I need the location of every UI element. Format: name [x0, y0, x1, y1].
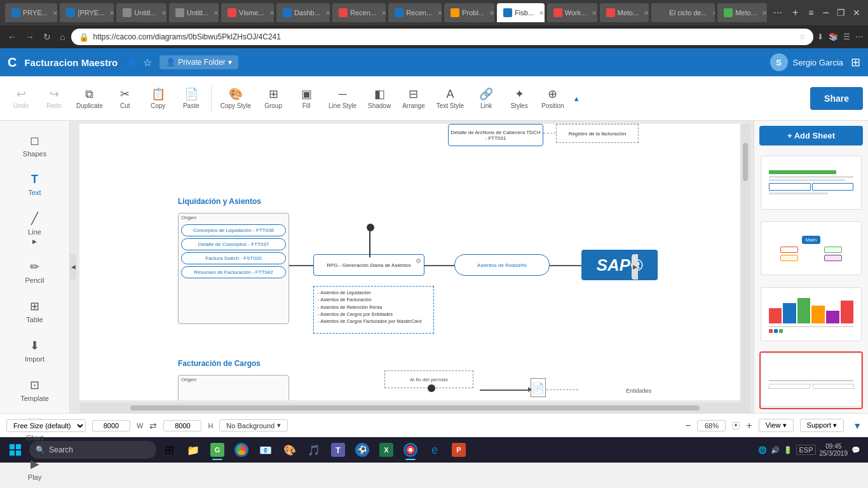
grid-apps-icon[interactable]: ⊞ [851, 55, 860, 69]
tab-fishbone[interactable]: Fisb... ✕ [497, 3, 545, 22]
tab-close[interactable]: ✕ [592, 10, 597, 17]
taskbar-explorer-icon[interactable]: 📁 [182, 438, 205, 461]
tab-meto2[interactable]: Meto... ✕ [717, 3, 767, 22]
tab-close[interactable]: ✕ [712, 10, 715, 17]
sidebar-item-import[interactable]: ⬇ Import [4, 332, 65, 369]
tab-dashb[interactable]: Dashb... ✕ [276, 3, 330, 22]
tab-untitled2[interactable]: Untitl... ✕ [169, 3, 219, 22]
swap-dimensions-icon[interactable]: ⇄ [149, 421, 157, 431]
tab-close[interactable]: ✕ [437, 10, 442, 17]
tab-close[interactable]: ✕ [269, 10, 274, 17]
maximize-btn[interactable]: ❐ [834, 8, 848, 18]
tab-recen2[interactable]: Recen... ✕ [388, 3, 442, 22]
cut-button[interactable]: ✂ Cut [109, 83, 141, 113]
lang-indicator[interactable]: ESP [796, 445, 815, 455]
tab-close[interactable]: ✕ [644, 10, 649, 17]
copy-button[interactable]: 📋 Copy [142, 83, 174, 113]
zoom-in-button[interactable]: + [746, 420, 752, 431]
tab-close[interactable]: ✕ [53, 10, 57, 17]
sidebar-item-text[interactable]: T Text [4, 166, 65, 203]
collapse-bottom-icon[interactable]: ▼ [853, 421, 862, 431]
tab-close[interactable]: ✕ [762, 10, 767, 17]
tab-close[interactable]: ✕ [109, 10, 114, 17]
size-select[interactable]: Free Size (default) [6, 419, 86, 432]
tab-recen1[interactable]: Recen... ✕ [332, 3, 386, 22]
node-registro-fact[interactable]: Registro de la facturación [556, 124, 639, 143]
start-button[interactable] [3, 438, 28, 461]
sidebar-item-table[interactable]: ⊞ Table [4, 293, 65, 330]
task-view-button[interactable]: ⊞ [158, 438, 180, 461]
support-button[interactable]: Support ▾ [800, 419, 844, 432]
undo-button[interactable]: ↩ Undo [5, 83, 37, 113]
taskbar-excel-icon[interactable]: X [375, 438, 398, 461]
view-button[interactable]: View ▾ [759, 419, 794, 432]
sidebar-item-template[interactable]: ⊡ Template [4, 372, 65, 409]
reload-button[interactable]: ↻ [41, 32, 53, 42]
tab-close[interactable]: ✕ [539, 10, 544, 17]
node-resumen-fact[interactable]: Resumen de Facturación - FTT042 [181, 266, 286, 278]
redo-button[interactable]: ↪ Redo [38, 83, 70, 113]
styles-button[interactable]: ✦ Styles [503, 83, 535, 113]
bookmarks-icon[interactable]: 📚 [829, 32, 838, 41]
taskbar-chrome-icon[interactable] [230, 438, 253, 461]
tab-work[interactable]: Work... ✕ [547, 3, 597, 22]
tab-add-btn[interactable]: + [789, 7, 802, 18]
tab-visme[interactable]: Visme... ✕ [221, 3, 274, 22]
taskbar-teams-icon[interactable]: T [327, 438, 349, 461]
notifications-icon[interactable]: 💬 [851, 446, 860, 454]
link-button[interactable]: 🔗 Link [470, 83, 502, 113]
network-icon[interactable]: 🌐 [758, 446, 767, 454]
group-button[interactable]: ⊞ Group [257, 83, 289, 113]
tab-close[interactable]: ✕ [161, 10, 166, 17]
sheet-item-fishbone[interactable]: Fishbone diagram [759, 351, 863, 409]
sheet-item-untitled[interactable]: Untitled [759, 154, 863, 212]
text-style-button[interactable]: A Text Style [431, 84, 469, 113]
speaker-icon[interactable]: 🔊 [771, 446, 780, 454]
node-detalle-archivos[interactable]: Detalle de Archivos de Cabecera TDCH - F… [448, 124, 543, 146]
h-scrollbar[interactable] [79, 403, 750, 413]
tab-menu-btn[interactable]: ≡ [804, 8, 817, 18]
paste-button[interactable]: 📄 Paste [175, 83, 207, 113]
width-input[interactable] [92, 420, 130, 431]
tab-ciclo[interactable]: El ciclo de... ✕ [651, 3, 715, 22]
sidebar-item-shapes[interactable]: ◻ Shapes [4, 127, 65, 164]
arrange-button[interactable]: ⊟ Arrange [397, 83, 430, 113]
tab-prye1[interactable]: PRYE... ✕ [5, 3, 57, 22]
shadow-button[interactable]: ◧ Shadow [363, 83, 396, 113]
node-detalle-conceptos[interactable]: Detalle de Conceptos - FTT037 [181, 238, 286, 250]
sheet-item-cuota[interactable]: Cuota Trimestral [759, 286, 863, 344]
taskbar-outlook-icon[interactable]: 📧 [254, 438, 277, 461]
tab-meto1[interactable]: Meto... ✕ [600, 3, 649, 22]
url-bar[interactable]: 🔒 https://cacoo.com/diagrams/0bSibwu5Pkl… [71, 29, 813, 45]
sidebar-icon[interactable]: ☰ [843, 32, 850, 41]
bookmark-star-icon[interactable]: ☆ [799, 32, 806, 41]
download-icon[interactable]: ⬇ [817, 32, 824, 41]
zoom-value[interactable]: 68% [697, 420, 726, 431]
back-button[interactable]: ← [5, 32, 19, 42]
tab-overflow-btn[interactable]: ⋯ [770, 8, 786, 18]
node-asientos-rediseno[interactable]: Asientos de Rediseño [454, 254, 550, 276]
tab-close[interactable]: ✕ [489, 10, 494, 17]
node-factura-switch[interactable]: Factura Switch - FST020 [181, 252, 286, 264]
battery-icon[interactable]: 🔋 [783, 446, 792, 454]
menu-icon[interactable]: ⋯ [855, 32, 863, 41]
minimize-btn[interactable]: − [820, 6, 832, 20]
position-button[interactable]: ⊕ Position [536, 83, 569, 113]
folder-button[interactable]: 👤 Private Folder ▾ [159, 55, 238, 69]
background-select[interactable]: No Background ▾ [219, 419, 288, 431]
taskbar-search[interactable]: 🔍 Search [29, 441, 156, 459]
tab-close[interactable]: ✕ [381, 10, 386, 17]
canvas-area[interactable]: ◀ ▶ Liquidación y Asientos Facturación d… [70, 121, 754, 413]
zoom-dropdown-icon[interactable]: ▾ [732, 422, 740, 430]
user-menu[interactable]: S Sergio Garcia [770, 53, 843, 71]
user-icon[interactable]: 👤 [125, 57, 138, 69]
node-rpg[interactable]: RPG - Generación Diaria de Asientos ⚙ [313, 254, 424, 276]
sidebar-item-pencil[interactable]: ✏ Pencil [4, 254, 65, 290]
sheet-item-mindmap[interactable]: Main Mindmap [759, 220, 863, 278]
close-window-btn[interactable]: ✕ [850, 8, 863, 18]
taskbar-paint-icon[interactable]: 🎨 [278, 438, 301, 461]
left-collapse-handle[interactable]: ◀ [70, 254, 76, 280]
taskbar-chrome2-icon[interactable] [399, 438, 422, 461]
zoom-out-button[interactable]: − [685, 420, 691, 431]
home-button[interactable]: ⌂ [57, 32, 67, 42]
